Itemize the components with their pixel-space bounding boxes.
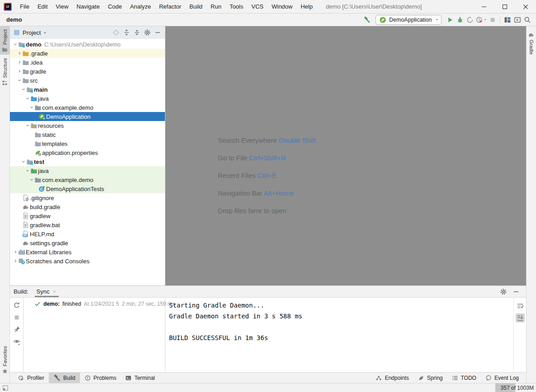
menu-help[interactable]: Help (296, 3, 317, 10)
stripe-button-project[interactable]: Project (0, 26, 10, 55)
menu-window[interactable]: Window (268, 3, 296, 10)
toolwindow-button-profiler[interactable]: Profiler (14, 373, 49, 383)
debug-icon[interactable] (455, 15, 465, 25)
tree-row-gradlew[interactable]: gradlew (10, 211, 165, 220)
tree-row-java[interactable]: java (10, 94, 165, 103)
menu-edit[interactable]: Edit (33, 3, 52, 10)
menu-run[interactable]: Run (207, 3, 226, 10)
menu-code[interactable]: Code (104, 3, 126, 10)
settings-icon[interactable] (144, 29, 151, 36)
scroll-to-end-icon[interactable] (516, 313, 525, 322)
tree-row-test[interactable]: test (10, 157, 165, 166)
run-icon[interactable] (445, 15, 455, 25)
hide-icon[interactable] (512, 288, 520, 295)
chevron-right-icon[interactable] (13, 258, 18, 264)
tree-row-demo[interactable]: demoC:\Users\User\Desktop\demo (10, 40, 165, 49)
tree-row-gradlew-bat[interactable]: gradlew.bat (10, 220, 165, 229)
tree-row-application-properties[interactable]: application.properties (10, 148, 165, 157)
chevron-right-icon[interactable] (17, 51, 22, 56)
tree-row-src[interactable]: src (10, 76, 165, 85)
tree-row-com-example-demo[interactable]: com.example.demo (10, 103, 165, 112)
chevron-down-icon[interactable] (29, 105, 34, 110)
menu-refactor[interactable]: Refactor (155, 3, 185, 10)
chevron-down-icon[interactable] (25, 96, 30, 101)
run-configuration-select[interactable]: DemoApplication (376, 15, 442, 25)
toolwindow-button-todo[interactable]: TODO (447, 373, 481, 383)
menu-file[interactable]: File (16, 3, 33, 10)
tree-row-gradle[interactable]: gradle (10, 67, 165, 76)
project-panel-title[interactable]: Project (23, 29, 41, 36)
chevron-down-icon[interactable] (42, 30, 47, 35)
tree-row-demoapplicationtests[interactable]: CDemoApplicationTests (10, 184, 165, 193)
toolwindow-button-build[interactable]: Build (49, 373, 80, 383)
menu-tools[interactable]: Tools (226, 3, 247, 10)
chevron-down-icon[interactable] (21, 159, 26, 164)
expand-all-icon[interactable] (123, 29, 130, 36)
show-options-icon[interactable] (13, 338, 20, 345)
menu-analyze[interactable]: Analyze (126, 3, 155, 10)
search-icon[interactable] (522, 15, 532, 25)
breadcrumb[interactable]: demo (6, 16, 22, 23)
layout-icon[interactable] (503, 15, 512, 25)
hide-icon[interactable] (154, 29, 161, 36)
chevron-right-icon[interactable] (17, 60, 22, 65)
tree-row-settings-gradle[interactable]: settings.gradle (10, 238, 165, 247)
profiler-button[interactable] (475, 15, 488, 25)
tree-row-scratches-and-consoles[interactable]: Scratches and Consoles (10, 257, 165, 266)
tree-row-com-example-demo[interactable]: com.example.demo (10, 175, 165, 184)
pin-icon[interactable] (13, 326, 20, 333)
close-icon[interactable] (52, 289, 57, 294)
tree-row-resources[interactable]: resources (10, 121, 165, 130)
tree-row-static[interactable]: static (10, 130, 165, 139)
chevron-down-icon[interactable] (29, 177, 34, 182)
tool-window-bar-right: EndpointsSpringTODOEvent Log (371, 373, 523, 383)
menu-vcs[interactable]: VCS (247, 3, 268, 10)
close-button[interactable] (515, 0, 536, 13)
settings-icon[interactable] (500, 288, 507, 295)
toolwindow-button-spring[interactable]: Spring (414, 373, 447, 383)
locate-icon[interactable] (113, 29, 120, 36)
tree-row-main[interactable]: main (10, 85, 165, 94)
build-hammer-icon[interactable] (362, 15, 372, 25)
chevron-down-icon[interactable] (25, 168, 30, 173)
tree-row-external-libraries[interactable]: External Libraries (10, 247, 165, 257)
tree-row-gradle[interactable]: .gradle (10, 49, 165, 58)
tree-row-help-md[interactable]: MDHELP.md (10, 229, 165, 238)
tab-sync[interactable]: Sync (35, 286, 59, 297)
tree-row-idea[interactable]: .idea (10, 58, 165, 67)
minimize-button[interactable] (474, 0, 494, 13)
stop-icon[interactable] (488, 15, 498, 25)
tree-row-gitignore[interactable]: .gitignore (10, 193, 165, 202)
toolwindow-button-event-log[interactable]: Event Log (481, 373, 523, 383)
chevron-down-icon[interactable] (13, 42, 18, 47)
stop-disabled-icon[interactable] (13, 314, 20, 321)
toolwindow-button-endpoints[interactable]: Endpoints (371, 373, 413, 383)
stripe-button-structure[interactable]: Structure (0, 55, 10, 88)
chevron-down-icon[interactable] (17, 78, 22, 83)
collapse-all-icon[interactable] (133, 29, 141, 36)
chevron-down-icon[interactable] (21, 87, 26, 92)
menu-build[interactable]: Build (185, 3, 207, 10)
run-window-icon[interactable] (512, 15, 522, 25)
build-status-row[interactable]: demo: finished At 1/24/2021 5 2 min, 27 … (34, 301, 165, 307)
toolwindow-button-terminal[interactable]: Terminal (121, 373, 159, 383)
memory-indicator[interactable]: 357 of 1003M (495, 383, 536, 392)
coverage-icon[interactable] (465, 15, 475, 25)
toolwindow-button-label: Endpoints (385, 375, 409, 381)
tree-row-build-gradle[interactable]: build.gradle (10, 202, 165, 211)
menu-navigate[interactable]: Navigate (72, 3, 103, 10)
tree-row-templates[interactable]: templates (10, 139, 165, 148)
refresh-icon[interactable] (13, 302, 20, 309)
chevron-right-icon[interactable] (13, 249, 18, 255)
soft-wrap-icon[interactable] (516, 302, 525, 311)
toolwindow-button-problems[interactable]: Problems (80, 373, 121, 383)
menu-view[interactable]: View (52, 3, 72, 10)
chevron-right-icon[interactable] (17, 69, 22, 74)
tree-row-demoapplication[interactable]: DemoApplication (10, 112, 165, 121)
stripe-button-favorites[interactable]: Favorites (0, 343, 10, 377)
tree-row-java[interactable]: java (10, 166, 165, 175)
maximize-button[interactable] (494, 0, 515, 13)
toolwindow-toggle-icon[interactable] (2, 385, 9, 391)
chevron-down-icon[interactable] (25, 123, 30, 128)
stripe-button-gradle[interactable]: Gradle (527, 28, 536, 57)
